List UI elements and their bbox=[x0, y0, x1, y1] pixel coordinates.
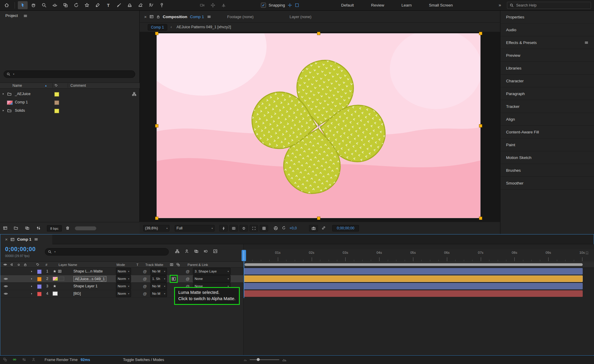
mask-visibility-button[interactable] bbox=[240, 225, 248, 231]
layer-label-swatch[interactable] bbox=[37, 270, 42, 274]
channel-color-icon[interactable] bbox=[273, 226, 278, 231]
pen-tool-icon[interactable] bbox=[93, 1, 103, 9]
expand-chevron-icon[interactable] bbox=[30, 275, 33, 282]
panel-menu-icon[interactable] bbox=[584, 40, 589, 45]
avatar-icon[interactable] bbox=[31, 357, 36, 362]
label-flag-icon[interactable] bbox=[54, 83, 58, 88]
breadcrumb-comp[interactable]: Comp 1 bbox=[148, 24, 167, 31]
parent-link-dropdown[interactable]: 3. Shape Laye▾ bbox=[193, 268, 231, 275]
main-viewer-button[interactable] bbox=[219, 225, 228, 231]
project-search-input[interactable]: ▾ bbox=[4, 70, 135, 78]
track-matte-dropdown[interactable]: No M▾ bbox=[150, 268, 167, 275]
panel-header-preview[interactable]: Preview bbox=[500, 49, 594, 62]
workspace-overflow-chevron[interactable]: » bbox=[499, 2, 501, 7]
selection-handle[interactable] bbox=[155, 124, 158, 127]
label-color-swatch[interactable] bbox=[54, 92, 59, 97]
new-composition-icon[interactable] bbox=[25, 226, 29, 230]
panel-menu-icon[interactable] bbox=[207, 15, 211, 19]
expand-chevron-icon[interactable] bbox=[30, 283, 33, 290]
close-icon[interactable]: × bbox=[144, 14, 147, 19]
panel-header-paint[interactable]: Paint bbox=[500, 138, 594, 151]
pick-whip-icon[interactable]: @ bbox=[186, 268, 190, 275]
tab-footage[interactable]: Footage (none) bbox=[227, 15, 254, 19]
type-tool-icon[interactable]: T bbox=[103, 1, 113, 9]
mask-shape-tool-icon[interactable] bbox=[82, 1, 92, 9]
hand-tool-icon[interactable] bbox=[29, 1, 38, 9]
adjustments-icon[interactable] bbox=[36, 226, 41, 230]
blend-mode-dropdown[interactable]: Norm▾ bbox=[116, 275, 131, 282]
panel-header-tracker[interactable]: Tracker bbox=[500, 100, 594, 113]
show-snapshot-icon[interactable] bbox=[322, 226, 326, 230]
track-matte-dropdown[interactable]: 1. Sh▾ bbox=[150, 275, 167, 282]
camera-pan-tool-icon[interactable] bbox=[208, 1, 218, 9]
panel-header-properties[interactable]: Properties bbox=[500, 11, 594, 23]
new-folder-icon[interactable] bbox=[14, 226, 18, 230]
panel-header-align[interactable]: Align bbox=[500, 113, 594, 126]
zoom-slider-track[interactable] bbox=[250, 359, 279, 360]
clone-stamp-tool-icon[interactable] bbox=[125, 1, 135, 9]
panel-header-brushes[interactable]: Brushes bbox=[500, 164, 594, 177]
selection-handle[interactable] bbox=[479, 124, 482, 127]
tab-layer[interactable]: Layer (none) bbox=[289, 15, 311, 19]
search-options-caret-icon[interactable]: ▾ bbox=[13, 73, 14, 75]
current-time-indicator-head[interactable] bbox=[242, 250, 246, 261]
exposure-value[interactable]: +0,0 bbox=[289, 226, 297, 230]
reset-exposure-icon[interactable] bbox=[282, 226, 286, 230]
tab-composition-label[interactable]: Composition bbox=[163, 15, 188, 19]
layer-name[interactable]: [BG] bbox=[73, 290, 81, 297]
visibility-toggle[interactable] bbox=[3, 268, 9, 275]
zoom-tool-icon[interactable] bbox=[39, 1, 49, 9]
workspace-default[interactable]: Default bbox=[341, 3, 354, 7]
resolution-dropdown[interactable]: Full▾ bbox=[175, 225, 215, 231]
track-matte-dropdown[interactable]: No M▾ bbox=[150, 290, 167, 297]
panel-header-content-aware-fill[interactable]: Content-Aware Fill bbox=[500, 126, 594, 138]
visibility-toggle[interactable] bbox=[3, 283, 9, 290]
column-name[interactable]: Name bbox=[12, 83, 22, 88]
workspace-small-screen[interactable]: Small Screen bbox=[429, 3, 453, 7]
viewer-stage-area[interactable] bbox=[140, 32, 500, 222]
toggle-switches-modes-button[interactable]: Toggle Switches / Modes bbox=[123, 358, 164, 362]
roto-brush-tool-icon[interactable] bbox=[146, 1, 156, 9]
lock-icon[interactable] bbox=[156, 15, 160, 19]
layer-name[interactable]: AEJuice...s 049_1 bbox=[73, 276, 106, 282]
selection-handle[interactable] bbox=[479, 32, 482, 35]
panel-header-libraries[interactable]: Libraries bbox=[500, 62, 594, 75]
label-color-swatch[interactable] bbox=[54, 109, 59, 113]
layer-label-swatch[interactable] bbox=[37, 277, 42, 281]
selection-handle[interactable] bbox=[479, 217, 482, 220]
pick-whip-icon[interactable]: @ bbox=[143, 275, 147, 282]
transparency-grid-button[interactable] bbox=[229, 225, 238, 231]
panel-header-character[interactable]: Character bbox=[500, 75, 594, 87]
breadcrumb-item[interactable]: AEJuice Patterns 049_1 [xhvzy2] bbox=[177, 25, 231, 29]
timeline-bar-layer-2[interactable] bbox=[244, 275, 583, 282]
snapshot-camera-icon[interactable] bbox=[309, 225, 318, 231]
track-matte-dropdown[interactable]: No M▾ bbox=[150, 283, 167, 290]
pick-whip-icon[interactable]: @ bbox=[143, 290, 147, 297]
expand-chevron-icon[interactable] bbox=[30, 290, 33, 297]
selection-tool-icon[interactable] bbox=[18, 1, 28, 9]
expand-chevron-icon[interactable] bbox=[2, 109, 5, 112]
magnification-dropdown[interactable]: (39,6%)▾ bbox=[143, 225, 169, 231]
tab-composition-name[interactable]: Comp 1 bbox=[190, 15, 204, 19]
layer-label-swatch[interactable] bbox=[37, 284, 42, 289]
brush-tool-icon[interactable] bbox=[114, 1, 124, 9]
visibility-toggle[interactable] bbox=[3, 290, 9, 297]
panel-header-audio[interactable]: Audio bbox=[500, 23, 594, 36]
region-of-interest-button[interactable] bbox=[250, 225, 258, 231]
project-item-comp-1[interactable]: Comp 1 bbox=[0, 98, 140, 106]
toggle-viewers-icon[interactable] bbox=[3, 226, 7, 230]
layer-row-2[interactable]: 2AEJuice...s 049_1Norm▾@1. Sh▾@None▾ bbox=[0, 275, 243, 283]
selection-handle[interactable] bbox=[155, 217, 158, 220]
comp-marker-icon[interactable] bbox=[585, 251, 589, 255]
luma-matte-toggle-button[interactable] bbox=[170, 275, 178, 283]
puppet-pin-tool-icon[interactable] bbox=[157, 1, 167, 9]
trash-icon[interactable] bbox=[65, 226, 70, 230]
render-status-icon[interactable] bbox=[12, 357, 17, 362]
layer-name[interactable]: Shape L...n Matte bbox=[73, 268, 103, 275]
project-item--aejuice[interactable]: _AEJuice bbox=[0, 90, 140, 98]
expand-chevron-icon[interactable] bbox=[30, 268, 33, 275]
flowchart-icon[interactable] bbox=[132, 92, 136, 96]
blend-mode-dropdown[interactable]: Norm▾ bbox=[116, 268, 131, 275]
parent-link-dropdown[interactable]: None▾ bbox=[193, 275, 231, 282]
pick-whip-icon[interactable]: @ bbox=[143, 283, 147, 290]
